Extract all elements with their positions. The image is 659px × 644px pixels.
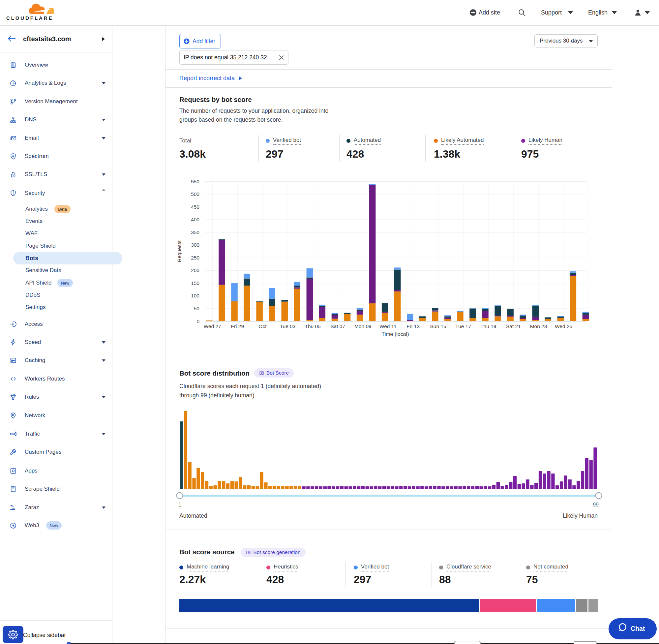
svg-text:Oct: Oct: [258, 323, 267, 329]
svg-text:Wed 11: Wed 11: [379, 323, 397, 329]
svg-text:Wed 27: Wed 27: [204, 323, 221, 329]
svg-text:Sat 07: Sat 07: [330, 323, 345, 329]
svg-text:Requests: Requests: [176, 240, 182, 262]
svg-text:Tue 17: Tue 17: [455, 323, 471, 329]
svg-text:Wed 25: Wed 25: [555, 323, 572, 329]
svg-text:Thu 05: Thu 05: [305, 323, 321, 329]
svg-text:450: 450: [191, 204, 199, 210]
svg-text:350: 350: [191, 230, 199, 235]
svg-text:300: 300: [191, 242, 199, 248]
svg-text:100: 100: [191, 293, 199, 298]
svg-text:Time (local): Time (local): [382, 331, 409, 337]
svg-text:Thu 19: Thu 19: [480, 323, 496, 329]
svg-text:50: 50: [194, 306, 200, 311]
svg-text:550: 550: [191, 179, 199, 184]
svg-text:0: 0: [196, 319, 199, 324]
svg-text:Mon 09: Mon 09: [354, 323, 372, 329]
svg-text:500: 500: [191, 191, 199, 197]
svg-text:200: 200: [191, 268, 199, 273]
svg-text:Fri 29: Fri 29: [231, 323, 244, 329]
svg-text:Fri 13: Fri 13: [406, 323, 420, 329]
svg-text:150: 150: [191, 280, 199, 286]
svg-text:250: 250: [191, 255, 199, 260]
svg-text:Tue 03: Tue 03: [280, 323, 296, 329]
svg-text:Sun 15: Sun 15: [430, 323, 446, 329]
svg-text:400: 400: [191, 217, 199, 222]
svg-text:Mon 23: Mon 23: [530, 323, 547, 329]
svg-text:Sat 21: Sat 21: [506, 323, 521, 329]
